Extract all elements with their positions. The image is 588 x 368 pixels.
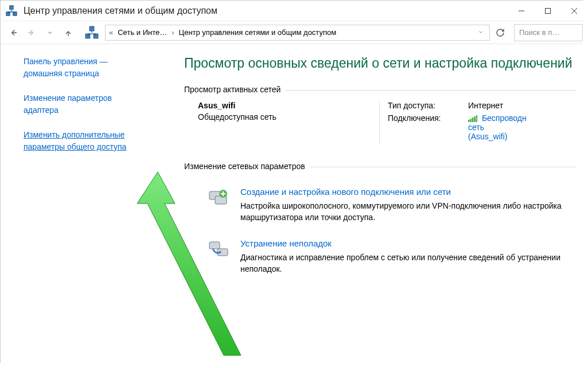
chevron-right-icon: › <box>170 28 175 37</box>
sidebar-label: домашняя страница <box>24 68 161 80</box>
connection-value: сеть <box>468 123 484 132</box>
task-new-connection[interactable]: Создание и настройка нового подключения … <box>184 187 576 224</box>
breadcrumb-item[interactable]: Сеть и Инте… <box>114 28 170 37</box>
task-title: Создание и настройка нового подключения … <box>240 187 576 197</box>
task-description: Настройка широкополосного, коммутируемог… <box>240 200 576 224</box>
minimize-button[interactable] <box>508 1 535 21</box>
sidebar-label: Панель управления — <box>24 56 161 68</box>
svg-rect-21 <box>209 242 220 249</box>
svg-rect-2 <box>10 5 13 9</box>
search-input[interactable]: Поиск в п… <box>514 24 583 41</box>
main-panel: Просмотр основных сведений о сети и наст… <box>173 44 587 367</box>
connection-link[interactable]: Беспроводн сеть (Asus_wifi) <box>468 113 527 141</box>
change-settings-heading: Изменение сетевых параметров <box>184 162 576 171</box>
task-title: Устранение неполадок <box>240 238 576 248</box>
address-icon <box>84 25 99 40</box>
task-list: Создание и настройка нового подключения … <box>184 187 576 275</box>
connections-label: Подключения: <box>388 113 468 123</box>
sidebar-label: Изменить дополнительные <box>24 129 161 141</box>
sidebar: Панель управления — домашняя страница Из… <box>1 44 173 367</box>
task-troubleshoot[interactable]: Устранение неполадок Диагностика и испра… <box>184 238 576 275</box>
page-heading: Просмотр основных сведений о сети и наст… <box>184 54 576 72</box>
svg-rect-13 <box>468 120 470 122</box>
svg-rect-16 <box>474 116 476 122</box>
svg-rect-4 <box>546 8 551 13</box>
breadcrumb-item[interactable]: Центр управления сетями и общим доступом <box>176 28 340 37</box>
task-description: Диагностика и исправление проблем с сеть… <box>240 252 576 275</box>
troubleshoot-icon <box>207 238 230 261</box>
breadcrumb-dropdown[interactable] <box>474 28 487 37</box>
back-button[interactable] <box>5 25 21 41</box>
network-summary: Asus_wifi Общедоступная сеть <box>184 101 356 144</box>
network-type: Общедоступная сеть <box>198 112 356 122</box>
network-name: Asus_wifi <box>198 101 356 110</box>
svg-rect-15 <box>472 118 474 122</box>
address-bar: « Сеть и Инте… › Центр управления сетями… <box>1 21 587 44</box>
active-network-row: Asus_wifi Общедоступная сеть Тип доступа… <box>184 101 576 144</box>
search-placeholder: Поиск в п… <box>519 28 559 37</box>
sidebar-label: Изменение параметров <box>24 92 161 104</box>
connection-value: Беспроводн <box>482 113 527 123</box>
connection-value: (Asus_wifi) <box>468 132 507 141</box>
recent-locations-button[interactable] <box>42 25 58 41</box>
sidebar-advanced-sharing-link[interactable]: Изменить дополнительные параметры общего… <box>24 129 161 153</box>
maximize-button[interactable] <box>535 1 561 21</box>
svg-rect-12 <box>89 26 94 31</box>
wifi-signal-icon <box>468 115 477 122</box>
up-button[interactable] <box>60 25 76 41</box>
svg-rect-17 <box>476 115 477 122</box>
svg-rect-14 <box>470 119 472 122</box>
network-details: Тип доступа: Интернет Подключения: <box>379 101 576 144</box>
titlebar: Центр управления сетями и общим доступом <box>1 1 587 21</box>
sidebar-label: адаптера <box>24 104 161 116</box>
window-controls <box>508 1 587 21</box>
sidebar-home-link[interactable]: Панель управления — домашняя страница <box>24 56 161 80</box>
access-type-value: Интернет <box>468 101 503 110</box>
breadcrumb[interactable]: « Сеть и Инте… › Центр управления сетями… <box>105 25 490 41</box>
chevron-left-icon[interactable]: « <box>108 28 114 37</box>
window: Центр управления сетями и общим доступом… <box>0 0 588 368</box>
network-center-icon <box>5 5 18 17</box>
sidebar-adapter-link[interactable]: Изменение параметров адаптера <box>24 92 161 116</box>
content-body: Панель управления — домашняя страница Из… <box>1 44 587 367</box>
new-connection-icon <box>207 187 230 210</box>
window-title: Центр управления сетями и общим доступом <box>24 6 508 16</box>
refresh-button[interactable] <box>492 25 508 41</box>
active-networks-heading: Просмотр активных сетей <box>184 85 576 94</box>
sidebar-label: параметры общего доступа <box>24 141 161 153</box>
forward-button[interactable] <box>24 25 40 41</box>
access-type-label: Тип доступа: <box>388 101 468 110</box>
